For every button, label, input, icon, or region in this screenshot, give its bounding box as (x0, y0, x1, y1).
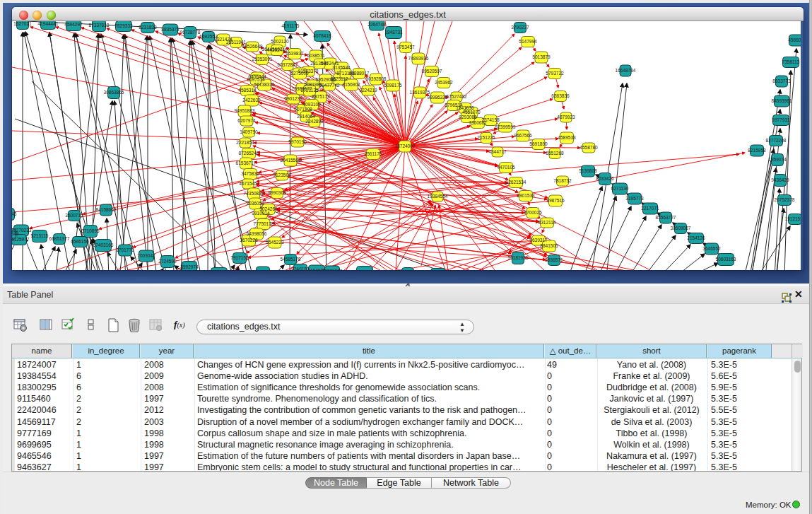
svg-text:6539837: 6539837 (286, 51, 304, 56)
svg-text:61536717: 61536717 (236, 160, 257, 165)
svg-text:41944441: 41944441 (38, 21, 59, 26)
svg-text:8835373: 8835373 (161, 27, 180, 32)
svg-text:5130808: 5130808 (579, 168, 597, 173)
svg-text:3036059: 3036059 (246, 201, 264, 206)
svg-text:5977931: 5977931 (772, 117, 790, 122)
svg-text:5002120: 5002120 (271, 39, 289, 44)
svg-text:2721135: 2721135 (301, 88, 319, 93)
svg-text:16648784: 16648784 (616, 68, 636, 73)
svg-text:87337818: 87337818 (89, 23, 110, 28)
svg-text:8633773: 8633773 (772, 78, 791, 83)
svg-text:2242892: 2242892 (305, 119, 324, 124)
svg-text:9990305: 9990305 (268, 190, 286, 195)
svg-text:6071208: 6071208 (294, 107, 312, 112)
svg-text:94951883: 94951883 (235, 108, 255, 113)
svg-text:9224219: 9224219 (359, 88, 377, 93)
svg-text:4078418: 4078418 (313, 33, 331, 38)
svg-text:7917152: 7917152 (230, 255, 249, 260)
svg-text:84593961: 84593961 (772, 98, 792, 103)
svg-text:3500715: 3500715 (65, 213, 83, 218)
svg-text:80415568: 80415568 (281, 158, 301, 163)
svg-text:3592974: 3592974 (180, 264, 199, 269)
svg-text:72350830: 72350830 (244, 191, 264, 196)
svg-text:38609087: 38609087 (671, 226, 691, 230)
svg-text:4589533: 4589533 (558, 135, 576, 140)
svg-text:6120253: 6120253 (254, 269, 272, 270)
svg-text:1409790: 1409790 (240, 129, 258, 134)
svg-text:68526649: 68526649 (242, 44, 263, 49)
svg-text:6098175: 6098175 (384, 83, 402, 88)
svg-text:7829332: 7829332 (114, 23, 133, 28)
svg-text:2813596: 2813596 (310, 61, 329, 66)
svg-text:3195773: 3195773 (625, 196, 644, 201)
svg-text:2156902: 2156902 (342, 82, 360, 87)
svg-text:5013879: 5013879 (532, 54, 551, 59)
svg-text:84158663: 84158663 (96, 207, 117, 212)
svg-text:2151225: 2151225 (477, 135, 495, 140)
svg-text:5901239: 5901239 (284, 96, 302, 101)
svg-text:5793722: 5793722 (546, 71, 564, 76)
svg-text:4470105: 4470105 (497, 165, 515, 170)
svg-text:20752378: 20752378 (775, 197, 795, 202)
svg-text:78371272: 78371272 (322, 269, 343, 270)
svg-text:59529086: 59529086 (316, 77, 336, 82)
svg-text:18724007: 18724007 (395, 144, 416, 148)
svg-text:24508349: 24508349 (12, 231, 19, 236)
svg-text:6097514: 6097514 (247, 77, 265, 82)
svg-text:30863865: 30863865 (104, 90, 124, 95)
svg-text:54585178: 54585178 (281, 257, 301, 262)
svg-text:6271130: 6271130 (611, 186, 629, 191)
svg-text:6639317: 6639317 (529, 238, 548, 243)
svg-text:7818732: 7818732 (553, 178, 572, 183)
svg-text:12621534: 12621534 (506, 180, 526, 185)
svg-text:13619375: 13619375 (410, 90, 430, 95)
svg-text:3135534: 3135534 (332, 65, 351, 70)
svg-text:4585314: 4585314 (238, 88, 257, 93)
svg-text:9753457: 9753457 (396, 45, 415, 49)
svg-text:1959074: 1959074 (768, 157, 787, 162)
svg-text:8796514: 8796514 (445, 103, 463, 107)
svg-text:4551070: 4551070 (462, 110, 481, 115)
svg-text:2914064: 2914064 (297, 114, 315, 119)
svg-text:98986321: 98986321 (428, 95, 448, 100)
svg-text:8312114: 8312114 (539, 220, 556, 225)
svg-text:3646552: 3646552 (702, 246, 721, 251)
svg-text:9123504: 9123504 (273, 173, 291, 177)
svg-text:50603163: 50603163 (716, 257, 736, 262)
svg-text:6363836: 6363836 (551, 93, 570, 98)
svg-text:9667566: 9667566 (514, 133, 532, 138)
svg-text:54446182: 54446182 (355, 269, 375, 270)
svg-text:89520597: 89520597 (422, 69, 442, 74)
svg-text:4558780: 4558780 (579, 145, 598, 150)
svg-text:87265240: 87265240 (239, 151, 259, 156)
svg-text:50392808: 50392808 (366, 76, 387, 81)
svg-text:6596150: 6596150 (71, 239, 89, 244)
svg-text:2422633: 2422633 (242, 98, 261, 103)
svg-text:1848731: 1848731 (384, 30, 403, 35)
svg-text:2275009: 2275009 (290, 71, 309, 76)
svg-text:3790237: 3790237 (511, 25, 529, 30)
svg-text:5213115: 5213115 (31, 233, 49, 238)
svg-text:9436429: 9436429 (771, 177, 789, 182)
svg-text:2453962: 2453962 (435, 80, 453, 85)
svg-text:8713146: 8713146 (336, 71, 355, 76)
svg-text:2561176: 2561176 (365, 151, 382, 156)
svg-text:4700025: 4700025 (524, 210, 542, 215)
svg-text:67403166: 67403166 (93, 243, 114, 247)
svg-text:8841505: 8841505 (540, 243, 558, 248)
svg-text:50181935: 50181935 (508, 255, 529, 260)
svg-text:2264748: 2264748 (367, 22, 386, 27)
svg-text:3024269: 3024269 (259, 206, 278, 211)
svg-text:4594297: 4594297 (64, 22, 83, 27)
svg-text:25353091: 25353091 (252, 57, 273, 62)
svg-text:2221854: 2221854 (236, 140, 254, 145)
svg-text:5691890: 5691890 (529, 141, 548, 146)
svg-text:2217071: 2217071 (641, 206, 659, 211)
svg-text:3475836: 3475836 (241, 171, 259, 176)
svg-text:4344717: 4344717 (488, 149, 507, 154)
svg-text:44392446: 44392446 (267, 47, 288, 52)
svg-text:50477742: 50477742 (319, 83, 340, 88)
svg-text:67527432: 67527432 (447, 94, 467, 99)
svg-text:2154126: 2154126 (687, 235, 705, 240)
svg-text:82399599: 82399599 (495, 124, 516, 129)
